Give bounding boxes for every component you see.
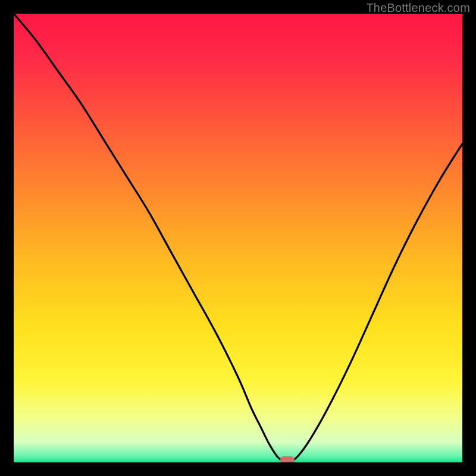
chart-frame: TheBottleneck.com [0, 0, 476, 476]
watermark-text: TheBottleneck.com [366, 1, 470, 15]
bottleneck-curve [14, 14, 462, 462]
optimal-marker [280, 456, 295, 462]
plot-area [14, 14, 462, 462]
